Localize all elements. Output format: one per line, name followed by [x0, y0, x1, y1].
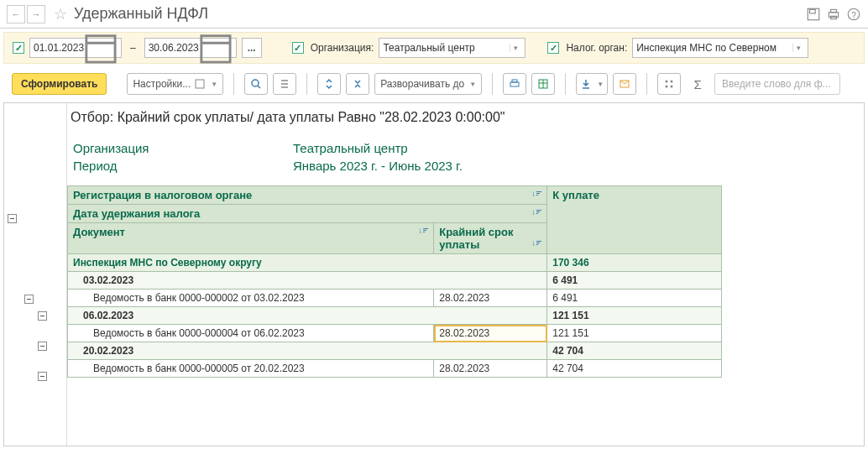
org-param-label: Организация: [72, 140, 290, 156]
svg-rect-18: [512, 80, 517, 82]
document-row[interactable]: Ведомость в банк 0000-000004 от 06.02.20…: [68, 325, 722, 342]
svg-rect-9: [201, 36, 230, 62]
org-checkbox[interactable]: ✓: [292, 42, 304, 54]
svg-point-12: [252, 80, 259, 86]
page-title: Удержанный НДФЛ: [74, 5, 208, 23]
org-label: Организация:: [311, 42, 374, 54]
period-checkbox[interactable]: ✓: [13, 42, 24, 54]
table-button[interactable]: [531, 73, 555, 95]
col-deadline[interactable]: Крайний срок уплаты ↓: [434, 223, 547, 254]
print-button[interactable]: [503, 73, 526, 95]
svg-point-27: [671, 86, 673, 88]
dropdown-icon: ▾: [510, 44, 521, 52]
report-body: Отбор: Крайний срок уплаты/ дата уплаты …: [67, 103, 864, 446]
col-date[interactable]: Дата удержания налога ↓: [68, 205, 547, 223]
divider: [646, 73, 647, 95]
svg-point-24: [666, 81, 668, 83]
date-from-input[interactable]: 01.01.2023: [29, 38, 122, 58]
sum-button[interactable]: Σ: [686, 73, 709, 95]
titlebar: ← → ☆ Удержанный НДФЛ ?: [0, 0, 868, 29]
date-from-value: 01.01.2023: [34, 42, 84, 54]
date-row[interactable]: 20.02.202342 704: [68, 342, 722, 360]
search-input[interactable]: Введите слово для ф...: [714, 73, 840, 95]
divider: [565, 73, 566, 95]
help-icon[interactable]: ?: [846, 7, 861, 22]
svg-rect-1: [810, 9, 816, 13]
svg-rect-7: [86, 36, 115, 62]
generate-button[interactable]: Сформировать: [12, 73, 107, 95]
collapse-button[interactable]: [273, 73, 296, 95]
report-area: Отбор: Крайний срок уплаты/ дата уплаты …: [3, 102, 865, 446]
expand-to-button[interactable]: Разворачивать до ▼: [374, 73, 482, 95]
date-to-input[interactable]: 30.06.2023: [144, 38, 237, 58]
email-button[interactable]: [613, 73, 636, 95]
tree-toggle-group[interactable]: [24, 295, 34, 304]
filter-bar: ✓ 01.01.2023 – 30.06.2023 ... ✓ Организа…: [3, 32, 865, 64]
tree-toggle-root[interactable]: [8, 214, 17, 223]
org-value: Театральный центр: [383, 42, 474, 54]
divider: [492, 73, 493, 95]
col-registration[interactable]: Регистрация в налоговом органе ↓: [68, 186, 547, 205]
date-row[interactable]: 06.02.2023121 151: [68, 307, 722, 325]
toolbar: Сформировать Настройки... ▼ Разворачиват…: [0, 67, 868, 101]
variants-button[interactable]: [657, 73, 681, 95]
sort-icon: ↓: [418, 226, 428, 235]
nav-back-button[interactable]: ←: [7, 5, 25, 23]
calendar-icon[interactable]: [84, 42, 118, 54]
period-param-label: Период: [72, 158, 290, 174]
svg-point-25: [671, 81, 673, 83]
col-due[interactable]: К уплате: [547, 186, 722, 254]
tree-gutter: [4, 103, 67, 446]
report-params: Организация Театральный центр Период Янв…: [71, 138, 465, 175]
save-settings-icon: [194, 78, 206, 90]
document-row[interactable]: Ведомость в банк 0000-000002 от 03.02.20…: [68, 290, 722, 307]
date-to-value: 30.06.2023: [149, 42, 199, 54]
expand-all-button[interactable]: [317, 73, 341, 95]
tax-checkbox[interactable]: ✓: [547, 42, 559, 54]
svg-rect-3: [831, 9, 837, 12]
tree-toggle-date3[interactable]: [38, 372, 47, 381]
tree-toggle-date1[interactable]: [38, 311, 47, 321]
svg-text:?: ?: [851, 10, 856, 19]
save-button[interactable]: ▼: [576, 73, 608, 95]
sort-icon: ↓: [531, 238, 541, 248]
print-icon[interactable]: [826, 7, 841, 22]
calendar-icon[interactable]: [199, 42, 233, 54]
document-row[interactable]: Ведомость в банк 0000-000005 от 20.02.20…: [68, 360, 722, 378]
report-table: Регистрация в налоговом органе ↓ К уплат…: [67, 185, 722, 378]
divider: [306, 73, 307, 95]
org-param-value: Театральный центр: [292, 140, 463, 156]
tax-value: Инспекция МНС по Северном: [636, 42, 776, 54]
svg-rect-11: [196, 80, 204, 88]
favorite-star-icon[interactable]: ☆: [54, 5, 67, 23]
save-icon[interactable]: [806, 7, 821, 22]
sort-icon: ↓: [531, 207, 541, 217]
period-param-value: Январь 2023 г. - Июнь 2023 г.: [292, 158, 463, 174]
group-row[interactable]: Инспекция МНС по Северному округу170 346: [68, 254, 722, 272]
collapse-all-button[interactable]: [346, 73, 369, 95]
settings-button[interactable]: Настройки... ▼: [127, 73, 223, 95]
svg-line-13: [258, 86, 260, 88]
date-row[interactable]: 03.02.20236 491: [68, 272, 722, 290]
col-document[interactable]: Документ ↓: [68, 223, 434, 254]
period-picker-button[interactable]: ...: [242, 38, 262, 58]
report-filter-text: Отбор: Крайний срок уплаты/ дата уплаты …: [71, 110, 860, 138]
tax-label: Налог. орган:: [566, 42, 627, 54]
dropdown-icon: ▾: [792, 44, 804, 52]
svg-point-26: [666, 86, 668, 88]
expand-to-label: Разворачивать до: [380, 78, 464, 90]
sort-icon: ↓: [531, 189, 541, 198]
svg-rect-17: [510, 82, 519, 86]
tree-toggle-date2[interactable]: [38, 342, 47, 351]
date-separator: –: [130, 42, 136, 54]
settings-label: Настройки...: [133, 78, 191, 90]
nav-forward-button[interactable]: →: [27, 5, 45, 23]
org-select[interactable]: Театральный центр ▾: [379, 38, 526, 58]
tax-select[interactable]: Инспекция МНС по Северном ▾: [632, 38, 808, 58]
find-button[interactable]: [244, 73, 268, 95]
divider: [233, 73, 234, 95]
